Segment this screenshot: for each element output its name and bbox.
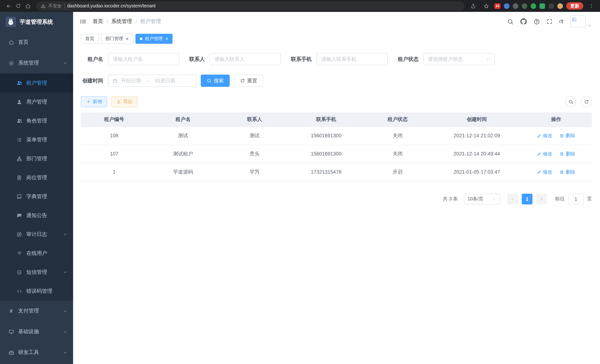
tenant-name-input[interactable] bbox=[108, 53, 179, 65]
edit-link[interactable]: 修改 bbox=[537, 132, 552, 139]
extension-icon[interactable] bbox=[504, 3, 509, 9]
filter-row-2: 创建时间 开始日期 - 结束日期 搜索 重置 bbox=[81, 75, 592, 87]
id-badge-icon bbox=[16, 175, 22, 180]
bookmark-button[interactable] bbox=[481, 1, 491, 11]
table-row: 107 测试租户 秃头 15601691300 关闭 2021-12-14 20… bbox=[81, 145, 592, 163]
edit-icon bbox=[537, 133, 541, 138]
breadcrumb-system[interactable]: 系统管理 bbox=[111, 18, 132, 25]
extensions-puzzle-icon[interactable] bbox=[548, 3, 554, 9]
breadcrumb-home[interactable]: 首页 bbox=[93, 18, 103, 25]
sidebar-item-sms[interactable]: 短信管理 bbox=[0, 263, 73, 282]
toggle-search-button[interactable] bbox=[565, 96, 576, 107]
search-submit-button[interactable]: 搜索 bbox=[201, 75, 230, 87]
fullscreen-icon bbox=[547, 19, 553, 25]
filter-row-1: 租户名 联系人 联系手机 租户状态 请选择租户状态 bbox=[81, 53, 592, 65]
app-logo[interactable]: 芋道管理系统 bbox=[0, 12, 73, 32]
status-text: 关闭 bbox=[362, 145, 434, 163]
sidebar-item-role[interactable]: 角色管理 bbox=[0, 111, 73, 130]
col-status: 租户状态 bbox=[362, 112, 434, 127]
sidebar-item-infrastructure[interactable]: 基础设施 bbox=[0, 321, 73, 342]
edit-link[interactable]: 修改 bbox=[537, 150, 552, 157]
delete-link[interactable]: 删除 bbox=[560, 132, 575, 139]
sidebar-item-post[interactable]: 岗位管理 bbox=[0, 168, 73, 187]
share-button[interactable] bbox=[468, 1, 478, 11]
code-icon bbox=[16, 288, 22, 294]
sidebar-item-online-users[interactable]: 在线用户 bbox=[0, 244, 73, 263]
app-title: 芋道管理系统 bbox=[20, 18, 53, 25]
extension-icon[interactable] bbox=[513, 3, 518, 9]
github-button[interactable] bbox=[520, 18, 527, 25]
user-icon bbox=[16, 99, 22, 105]
delete-link[interactable]: 删除 bbox=[560, 169, 575, 175]
home-button[interactable] bbox=[23, 1, 33, 11]
tab-home[interactable]: 首页 bbox=[81, 34, 99, 44]
security-warning: 不安全 bbox=[48, 3, 62, 9]
chevron-left-icon bbox=[511, 197, 515, 201]
page-size-select[interactable]: 10条/页 bbox=[464, 194, 500, 204]
yen-icon: ¥ bbox=[8, 308, 14, 314]
extension-badge[interactable]: 10 bbox=[494, 3, 501, 9]
page-number-button[interactable]: 1 bbox=[522, 194, 533, 204]
chevron-down-icon bbox=[63, 330, 67, 334]
sidebar-item-dev-tools[interactable]: 研发工具 bbox=[0, 342, 73, 363]
edit-link[interactable]: 修改 bbox=[537, 169, 552, 175]
header: 首页 / 系统管理 / 租户管理 bbox=[73, 12, 600, 31]
goto-page-input[interactable] bbox=[568, 194, 584, 204]
next-page-button[interactable] bbox=[536, 194, 547, 204]
reload-button[interactable] bbox=[13, 1, 23, 11]
help-button[interactable] bbox=[534, 18, 540, 25]
breadcrumb-current: 租户管理 bbox=[140, 18, 161, 25]
status-select[interactable]: 请选择租户状态 bbox=[423, 53, 495, 65]
extension-icon[interactable] bbox=[540, 3, 545, 9]
tab-dept[interactable]: 部门管理 × bbox=[101, 34, 133, 44]
extension-icon[interactable] bbox=[522, 3, 527, 9]
sidebar-toggle-button[interactable] bbox=[80, 18, 86, 25]
plus-icon bbox=[86, 99, 91, 104]
tenant-table: 租户编号 租户名 联系人 联系手机 租户状态 创建时间 操作 108 测试 bbox=[81, 112, 592, 181]
sidebar-item-tenant[interactable]: 租户管理 bbox=[0, 74, 73, 92]
audit-log-icon bbox=[16, 231, 22, 237]
extension-icon[interactable] bbox=[531, 3, 536, 9]
back-button[interactable] bbox=[4, 1, 13, 11]
sidebar-item-menu[interactable]: 菜单管理 bbox=[0, 130, 73, 149]
sidebar-item-user[interactable]: 用户管理 bbox=[0, 92, 73, 111]
trash-icon bbox=[560, 170, 564, 174]
contact-label: 联系人 bbox=[189, 56, 205, 63]
shield-icon bbox=[16, 269, 22, 275]
reset-button[interactable]: 重置 bbox=[234, 75, 263, 87]
online-users-icon bbox=[16, 250, 22, 256]
broken-image-icon bbox=[572, 17, 577, 22]
profile-avatar[interactable] bbox=[557, 3, 563, 9]
phone-input[interactable] bbox=[317, 53, 388, 65]
fullscreen-button[interactable] bbox=[547, 19, 553, 25]
sidebar-item-error-code[interactable]: 错误码管理 bbox=[0, 282, 73, 300]
sidebar-item-dept[interactable]: 部门管理 bbox=[0, 149, 73, 168]
delete-link[interactable]: 删除 bbox=[560, 150, 575, 157]
sidebar-item-payment[interactable]: ¥ 支付管理 bbox=[0, 300, 73, 321]
contact-input[interactable] bbox=[210, 53, 281, 65]
date-range-picker[interactable]: 开始日期 - 结束日期 bbox=[108, 75, 196, 87]
browser-menu-button[interactable] bbox=[587, 1, 596, 11]
user-menu[interactable] bbox=[570, 16, 591, 28]
add-button[interactable]: 新增 bbox=[81, 96, 107, 107]
export-button[interactable]: 导出 bbox=[111, 96, 138, 107]
chevron-down-icon bbox=[63, 350, 67, 355]
sidebar-item-system[interactable]: 系统管理 bbox=[0, 53, 73, 74]
prev-page-button[interactable] bbox=[507, 194, 518, 204]
tab-tenant[interactable]: 租户管理 × bbox=[135, 34, 173, 44]
close-icon[interactable]: × bbox=[165, 36, 168, 41]
sidebar-item-audit-log[interactable]: 审计日志 bbox=[0, 225, 73, 244]
address-bar[interactable]: 不安全 dashboard.yudao.iocoder.cn/system/te… bbox=[36, 1, 465, 10]
sidebar-item-dict[interactable]: 字典管理 bbox=[0, 187, 73, 206]
avatar[interactable] bbox=[570, 16, 586, 28]
goto-label: 前往 bbox=[555, 196, 565, 202]
sidebar-item-notice[interactable]: 通知公告 bbox=[0, 206, 73, 225]
font-size-button[interactable]: tT bbox=[559, 19, 564, 25]
refresh-table-button[interactable] bbox=[581, 96, 592, 107]
warning-icon bbox=[41, 3, 46, 8]
close-icon[interactable]: × bbox=[126, 36, 129, 41]
sidebar-item-home[interactable]: 首页 bbox=[0, 32, 73, 53]
edit-icon bbox=[537, 152, 541, 156]
search-button[interactable] bbox=[507, 18, 514, 25]
update-button[interactable]: 更新 bbox=[566, 2, 583, 10]
